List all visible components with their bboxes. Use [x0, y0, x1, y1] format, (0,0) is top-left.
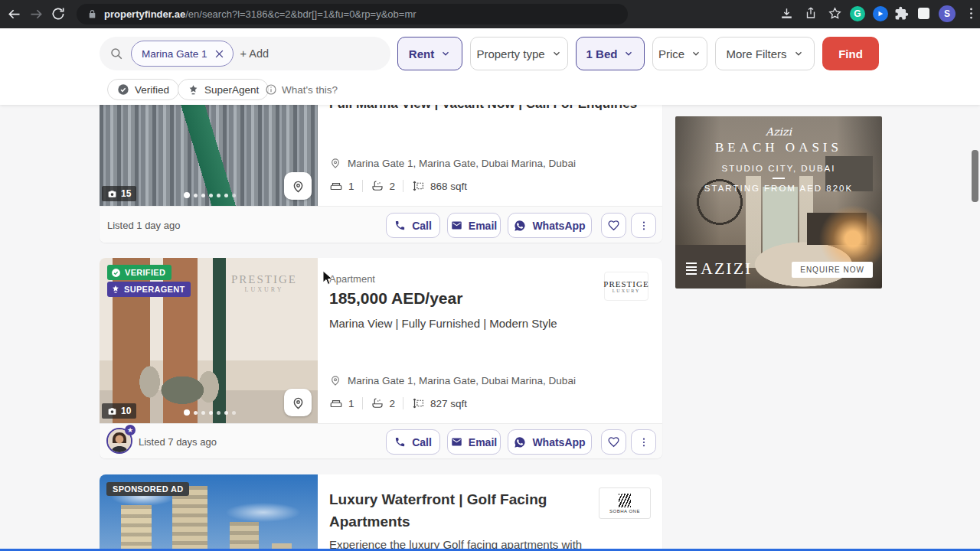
- find-button[interactable]: Find: [822, 37, 879, 70]
- listed-ago: Listed 7 days ago: [139, 436, 217, 448]
- whatsapp-button-label: WhatsApp: [532, 220, 585, 232]
- property-type-dropdown[interactable]: Property type: [470, 37, 568, 70]
- forward-icon[interactable]: [28, 6, 44, 22]
- more-filters-dropdown[interactable]: More Filters: [715, 37, 815, 70]
- location-pin-icon: [329, 374, 341, 386]
- whatsapp-button[interactable]: WhatsApp: [508, 213, 592, 238]
- blue-extension-icon[interactable]: [873, 6, 888, 21]
- photo-count-value: 15: [121, 188, 131, 199]
- call-button[interactable]: Call: [386, 213, 440, 238]
- profile-avatar[interactable]: S: [939, 5, 956, 22]
- bed-icon: [329, 396, 343, 410]
- listing-title[interactable]: Luxury Waterfront | Golf Facing Apartmen…: [329, 488, 590, 533]
- email-icon: [451, 436, 462, 448]
- listing-price: 185,000 AED/year: [329, 289, 462, 308]
- mouse-cursor: [322, 270, 334, 286]
- agent-avatar[interactable]: ★: [106, 428, 134, 455]
- location-chip-label: Marina Gate 1: [142, 48, 207, 60]
- call-button[interactable]: Call: [386, 429, 440, 455]
- watermark-sub: LUXURY: [218, 286, 310, 293]
- email-button[interactable]: Email: [447, 213, 501, 238]
- carousel-dots[interactable]: [184, 409, 236, 416]
- agency-logo[interactable]: PRESTIGE LUXURY: [604, 272, 648, 301]
- heart-icon: [607, 219, 620, 232]
- rent-dropdown[interactable]: Rent: [397, 37, 462, 70]
- listing-location: Marina Gate 1, Marina Gate, Dubai Marina…: [329, 157, 576, 169]
- favorite-button[interactable]: [601, 429, 626, 455]
- beds-dropdown[interactable]: 1 Bed: [576, 37, 645, 70]
- whatsapp-icon: [514, 436, 526, 448]
- ad-divider: [773, 178, 785, 179]
- listing-photo[interactable]: SPONSORED AD: [100, 474, 318, 551]
- info-icon: [265, 83, 277, 96]
- price-dropdown[interactable]: Price: [652, 37, 707, 70]
- extensions-puzzle-icon[interactable]: [894, 6, 910, 21]
- photo-count-badge: 10: [102, 403, 136, 419]
- star-icon: [188, 84, 199, 96]
- phone-icon: [394, 436, 406, 448]
- reload-icon[interactable]: [51, 6, 67, 22]
- listing-title-line1: Luxury Waterfront | Golf Facing: [329, 488, 590, 510]
- superagent-toggle[interactable]: SuperAgent: [178, 79, 269, 100]
- listing-title[interactable]: Marina View | Fully Furnished | Modern S…: [329, 317, 557, 330]
- share-icon[interactable]: [804, 6, 819, 21]
- verified-toggle[interactable]: Verified: [107, 79, 179, 100]
- agency-logo[interactable]: SOBHA ONE: [599, 487, 651, 519]
- browser-toolbar: propertyfinder.ae/en/search?l=3186&c=2&b…: [0, 0, 980, 28]
- favorite-button[interactable]: [601, 213, 626, 238]
- bath-icon: [371, 396, 384, 410]
- url-domain: propertyfinder.ae: [104, 8, 185, 20]
- bookmark-star-icon[interactable]: [828, 6, 843, 21]
- profile-initial: S: [944, 8, 950, 19]
- more-options-button[interactable]: [631, 429, 656, 455]
- listing-footer: ★ Listed 7 days ago Call Email WhatsApp: [100, 423, 662, 458]
- search-input[interactable]: Marina Gate 1 + Add: [100, 37, 390, 70]
- scrollbar-thumb[interactable]: [972, 150, 978, 202]
- sidebar-ad[interactable]: Azizi BEACH OASIS STUDIO CITY, DUBAI STA…: [675, 116, 882, 289]
- chevron-down-icon: [793, 48, 804, 59]
- download-icon[interactable]: [779, 6, 795, 21]
- beds-spec: 1: [329, 179, 354, 193]
- browser-menu-icon[interactable]: [964, 6, 979, 21]
- verified-badge: VERIFIED: [107, 265, 172, 280]
- side-panel-icon[interactable]: [918, 8, 929, 19]
- url-text: propertyfinder.ae/en/search?l=3186&c=2&b…: [104, 8, 416, 20]
- check-badge-icon: [111, 268, 121, 278]
- grammarly-extension-icon[interactable]: G: [850, 6, 865, 21]
- baths-spec: 2: [371, 179, 396, 193]
- map-pin-button[interactable]: [284, 389, 312, 416]
- listing-location: Marina Gate 1, Marina Gate, Dubai Marina…: [329, 374, 576, 386]
- whats-this-label: What's this?: [282, 84, 338, 96]
- agency-name: SOBHA ONE: [609, 509, 640, 514]
- search-icon: [109, 47, 123, 60]
- carousel-dots[interactable]: [184, 192, 236, 198]
- sobha-glyph-icon: [619, 494, 631, 507]
- baths-value: 2: [390, 398, 396, 409]
- address-bar[interactable]: propertyfinder.ae/en/search?l=3186&c=2&b…: [77, 4, 628, 24]
- add-location-button[interactable]: + Add: [240, 47, 270, 60]
- beds-spec: 1: [329, 396, 354, 410]
- whats-this-link[interactable]: What's this?: [265, 79, 338, 100]
- area-value: 827 sqft: [430, 398, 467, 409]
- camera-icon: [107, 406, 117, 416]
- more-options-button[interactable]: [631, 213, 656, 238]
- back-icon[interactable]: [6, 6, 22, 22]
- heart-icon: [607, 435, 620, 448]
- listing-title-line2: Apartments: [329, 510, 590, 533]
- ad-subtitle: STUDIO CITY, DUBAI: [675, 164, 882, 173]
- map-pin-button[interactable]: [284, 172, 312, 200]
- close-icon[interactable]: [214, 48, 225, 60]
- chevron-down-icon: [691, 48, 701, 59]
- azizi-logo: AZIZI: [686, 259, 752, 279]
- chevron-down-icon: [551, 48, 562, 59]
- whatsapp-icon: [514, 220, 526, 232]
- listing-photo[interactable]: PRESTIGE LUXURY VERIFIED SUPERAGENT 10: [100, 258, 318, 423]
- location-chip[interactable]: Marina Gate 1: [131, 41, 234, 67]
- more-filters-label: More Filters: [726, 47, 786, 60]
- baths-spec: 2: [371, 396, 396, 410]
- chevron-down-icon: [623, 48, 634, 59]
- email-button[interactable]: Email: [447, 429, 501, 455]
- azizi-logo-icon: [686, 262, 697, 275]
- enquire-now-button[interactable]: ENQUIRE NOW: [792, 262, 873, 278]
- whatsapp-button[interactable]: WhatsApp: [508, 429, 592, 455]
